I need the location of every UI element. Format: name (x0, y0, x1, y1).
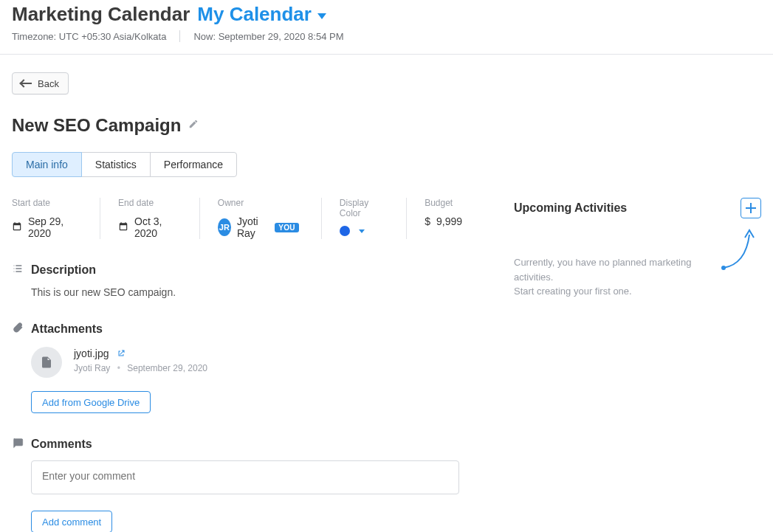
calendar-icon (12, 221, 22, 234)
comment-input[interactable] (31, 460, 459, 494)
add-from-drive-button[interactable]: Add from Google Drive (31, 391, 151, 413)
timezone-label: Timezone: UTC +05:30 Asia/Kolkata (12, 31, 166, 42)
info-strip: Start date Sep 29, 2020 End date (12, 198, 484, 239)
tabs: Main info Statistics Performance (12, 152, 761, 177)
dot-separator: • (117, 363, 120, 373)
back-button[interactable]: Back (12, 72, 69, 94)
attachment-uploader: Jyoti Ray (74, 363, 110, 373)
budget-label: Budget (425, 198, 462, 208)
now-label: Now: September 29, 2020 8:54 PM (193, 31, 343, 42)
comments-title: Comments (31, 438, 92, 451)
upcoming-activities-title: Upcoming Activities (514, 201, 627, 215)
budget-value[interactable]: $ 9,999 (425, 215, 462, 227)
arrow-curve-icon (720, 227, 757, 272)
external-link-icon[interactable] (112, 347, 126, 359)
start-date-label: Start date (12, 198, 78, 208)
list-icon (12, 263, 24, 277)
budget-amount: 9,999 (436, 215, 462, 227)
calendar-name: My Calendar (197, 3, 312, 26)
pencil-icon[interactable] (188, 119, 199, 132)
attachments-title: Attachments (31, 322, 103, 336)
start-date-text: Sep 29, 2020 (28, 215, 78, 239)
start-date-value[interactable]: Sep 29, 2020 (12, 215, 78, 239)
chevron-down-icon (317, 13, 326, 19)
campaign-title: New SEO Campaign (12, 115, 181, 136)
file-icon (31, 347, 62, 378)
owner-value[interactable]: JR Jyoti Ray YOU (218, 215, 299, 239)
color-swatch (340, 226, 350, 236)
owner-name: Jyoti Ray (237, 215, 269, 239)
owner-label: Owner (218, 198, 299, 208)
paperclip-icon (12, 322, 24, 336)
attachment-item: jyoti.jpg Jyoti Ray • September 29, 2020 (31, 347, 484, 378)
end-date-value[interactable]: Oct 3, 2020 (118, 215, 177, 239)
tab-performance[interactable]: Performance (150, 152, 237, 177)
chevron-down-icon (359, 229, 365, 233)
display-color-picker[interactable] (340, 226, 384, 236)
add-activity-button[interactable] (741, 198, 761, 218)
attachment-date: September 29, 2020 (127, 363, 207, 373)
display-color-label: Display Color (340, 198, 384, 218)
you-badge: YOU (275, 223, 299, 232)
svg-point-0 (721, 266, 726, 270)
end-date-text: Oct 3, 2020 (134, 215, 177, 239)
divider (179, 30, 180, 42)
description-title: Description (31, 263, 96, 277)
back-button-label: Back (38, 78, 59, 89)
end-date-label: End date (118, 198, 177, 208)
app-title: Marketing Calendar (12, 3, 190, 26)
arrow-left-icon (21, 83, 32, 84)
tab-main-info[interactable]: Main info (12, 152, 82, 177)
budget-currency: $ (425, 215, 430, 227)
empty-state-text: Currently, you have no planned marketing… (514, 255, 721, 299)
calendar-icon (118, 221, 128, 234)
avatar: JR (218, 218, 231, 236)
description-body: This is our new SEO campaign. (31, 286, 484, 298)
tab-statistics[interactable]: Statistics (81, 152, 151, 177)
comment-icon (12, 437, 24, 452)
calendar-switcher[interactable]: My Calendar (197, 3, 326, 26)
attachment-filename[interactable]: jyoti.jpg (74, 348, 109, 359)
add-comment-button[interactable]: Add comment (31, 511, 112, 532)
divider (0, 54, 773, 55)
